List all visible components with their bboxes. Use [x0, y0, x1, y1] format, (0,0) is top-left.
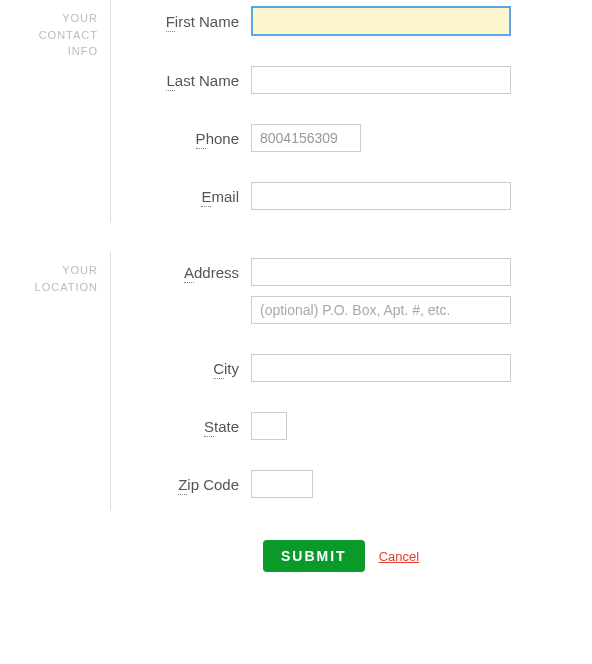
phone-label: Phone	[111, 130, 251, 147]
field-row	[111, 296, 592, 324]
field-row: Phone	[111, 124, 592, 152]
address-label: Address	[111, 264, 251, 281]
state-label: State	[111, 418, 251, 435]
address2-input[interactable]	[251, 296, 511, 324]
contact-section-title: YOUR CONTACT INFO	[0, 0, 110, 222]
zip-input[interactable]	[251, 470, 313, 498]
location-section-title: YOUR LOCATION	[0, 252, 110, 510]
first-name-label: First Name	[111, 13, 251, 30]
city-input[interactable]	[251, 354, 511, 382]
first-name-input[interactable]	[251, 6, 511, 36]
title-line: YOUR	[62, 264, 98, 276]
address-input[interactable]	[251, 258, 511, 286]
field-row: Email	[111, 182, 592, 210]
last-name-label: Last Name	[111, 72, 251, 89]
field-row: Last Name	[111, 66, 592, 94]
contact-info-section: YOUR CONTACT INFO First Name Last Name P…	[0, 0, 592, 222]
city-label: City	[111, 360, 251, 377]
field-row: First Name	[111, 6, 592, 36]
cancel-link[interactable]: Cancel	[379, 549, 419, 564]
field-row: Zip Code	[111, 470, 592, 498]
field-row: City	[111, 354, 592, 382]
email-label: Email	[111, 188, 251, 205]
last-name-input[interactable]	[251, 66, 511, 94]
submit-button[interactable]: SUBMIT	[263, 540, 365, 572]
title-line: CONTACT	[39, 29, 98, 41]
phone-input[interactable]	[251, 124, 361, 152]
email-input[interactable]	[251, 182, 511, 210]
title-line: INFO	[68, 45, 98, 57]
zip-label: Zip Code	[111, 476, 251, 493]
title-line: YOUR	[62, 12, 98, 24]
location-section: YOUR LOCATION Address City State Zip Cod…	[0, 252, 592, 510]
title-line: LOCATION	[35, 281, 98, 293]
field-row: Address	[111, 258, 592, 286]
field-row: State	[111, 412, 592, 440]
state-input[interactable]	[251, 412, 287, 440]
form-actions: SUBMIT Cancel	[263, 540, 592, 572]
